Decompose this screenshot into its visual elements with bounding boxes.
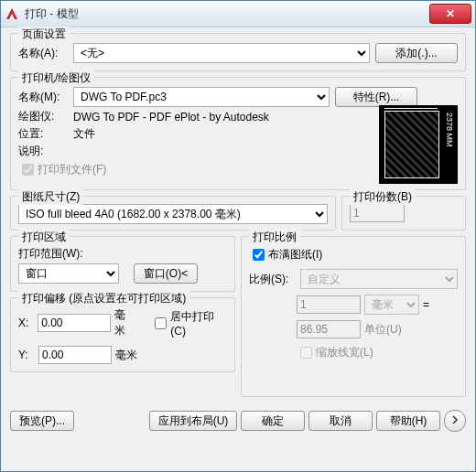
close-button[interactable]: ✕ [429,4,471,24]
scale-unit2-label: 单位(U) [364,322,402,338]
legend-scale: 打印比例 [249,230,300,245]
center-plot-label: 居中打印(C) [170,309,227,338]
offset-y-input[interactable] [38,346,112,364]
plot-range-select[interactable]: 窗口 [18,263,119,284]
plot-range-label: 打印范围(W): [18,246,83,262]
group-offset: 打印偏移 (原点设置在可打印区域) X: 毫米 居中打印(C) Y: 毫米 [10,297,235,372]
scale-unit-select: 毫米 [364,295,419,315]
print-dialog: 打印 - 模型 ✕ 页面设置 名称(A): <无> 添加(.)... 打印机/绘… [0,0,476,472]
printer-props-button[interactable]: 特性(R)... [335,87,417,107]
scale-den-input [297,320,361,338]
paper-size-select[interactable]: ISO full bleed 4A0 (1682.00 x 2378.00 毫米… [18,204,328,224]
group-printer: 打印机/绘图仪 名称(M): DWG To PDF.pc3 特性(R)... 绘… [10,77,466,190]
offset-x-input[interactable] [38,314,111,332]
paper-preview-dim: 2378 MM [445,113,454,147]
scale-lineweight-label: 缩放线宽(L) [316,345,373,360]
legend-paper-size: 图纸尺寸(Z) [18,189,83,205]
center-plot-checkbox[interactable] [155,317,167,329]
location-value: 文件 [73,126,95,142]
titlebar: 打印 - 模型 ✕ [1,1,475,27]
legend-offset: 打印偏移 (原点设置在可打印区域) [18,291,189,306]
legend-printer: 打印机/绘图仪 [18,70,94,86]
group-copies: 打印份数(B) [341,196,466,231]
window-pick-button[interactable]: 窗口(O)< [134,263,198,284]
location-label: 位置: [18,126,73,142]
scale-equals: = [423,298,429,311]
print-to-file-label: 打印到文件(F) [38,162,106,177]
window-title: 打印 - 模型 [25,6,429,22]
printer-name-select[interactable]: DWG To PDF.pc3 [73,87,330,107]
printer-name-label: 名称(M): [18,90,73,105]
ok-button[interactable]: 确定 [241,411,305,431]
dialog-body: 页面设置 名称(A): <无> 添加(.)... 打印机/绘图仪 名称(M): … [1,27,475,406]
group-plot-area: 打印区域 打印范围(W): 窗口 窗口(O)< [10,236,235,292]
scale-label: 比例(S): [249,272,297,287]
autocad-icon [5,6,19,21]
chevron-right-icon [450,414,460,427]
add-button[interactable]: 添加(.)... [375,43,458,63]
offset-x-unit: 毫米 [114,307,135,338]
group-scale: 打印比例 布满图纸(I) 比例(S): 自定义 毫米 = 单位(U) 缩放线宽(… [241,236,466,397]
legend-page-setup: 页面设置 [18,27,70,42]
paper-preview-sheet [384,111,439,178]
help-button[interactable]: 帮助(H) [376,411,440,431]
footer: 预览(P)... 应用到布局(U) 确定 取消 帮助(H) [1,406,475,439]
offset-x-label: X: [18,316,34,329]
fit-to-paper-label: 布满图纸(I) [268,247,322,263]
plotter-label: 绘图仪: [18,109,73,124]
scale-num-input [297,295,361,314]
expand-button[interactable] [444,410,466,432]
preview-button[interactable]: 预览(P)... [10,411,74,431]
paper-preview: 2378 MM [379,105,458,184]
desc-label: 说明: [18,144,73,159]
page-name-select[interactable]: <无> [73,43,370,63]
print-to-file-checkbox [22,164,34,176]
legend-copies: 打印份数(B) [350,189,416,205]
group-paper-size: 图纸尺寸(Z) ISO full bleed 4A0 (1682.00 x 23… [10,196,336,231]
apply-layout-button[interactable]: 应用到布局(U) [149,411,237,431]
scale-lineweight-checkbox [300,347,312,359]
offset-y-unit: 毫米 [115,348,137,363]
close-icon: ✕ [446,7,455,20]
page-name-label: 名称(A): [18,46,73,61]
group-page-setup: 页面设置 名称(A): <无> 添加(.)... [10,33,466,71]
plotter-value: DWG To PDF - PDF ePlot - by Autodesk [73,111,269,123]
legend-plot-area: 打印区域 [18,230,70,245]
offset-y-label: Y: [18,349,35,361]
copies-input [350,204,405,222]
scale-select: 自定义 [300,269,458,289]
fit-to-paper-checkbox[interactable] [253,249,265,261]
cancel-button[interactable]: 取消 [308,411,373,431]
